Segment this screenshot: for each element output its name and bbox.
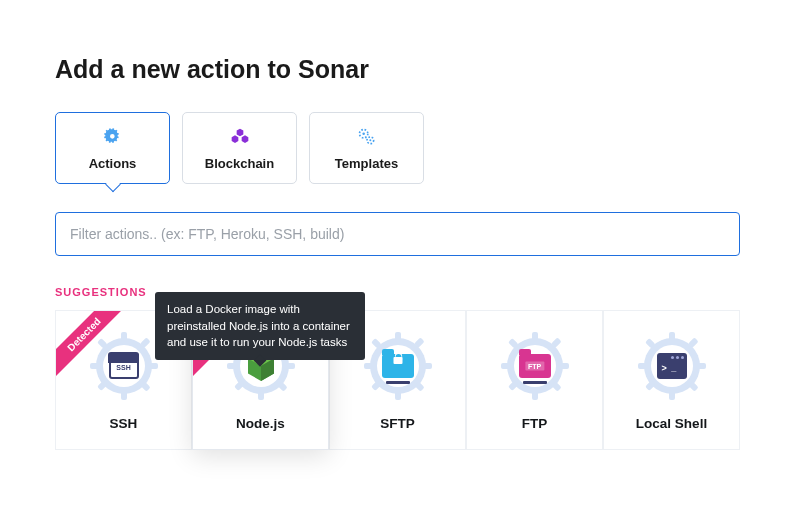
tab-label: Actions	[89, 156, 137, 171]
svg-rect-15	[258, 390, 264, 400]
ssh-icon: SSH	[88, 330, 160, 402]
svg-rect-28	[364, 363, 374, 369]
svg-rect-5	[121, 332, 127, 342]
tab-actions[interactable]: Actions	[55, 112, 170, 184]
card-title: Local Shell	[636, 416, 707, 431]
svg-rect-45	[669, 390, 675, 400]
svg-rect-36	[532, 390, 538, 400]
card-local-shell[interactable]: Local Shell	[603, 310, 740, 450]
svg-rect-46	[638, 363, 648, 369]
svg-rect-47	[696, 363, 706, 369]
tab-blockchain[interactable]: Blockchain	[182, 112, 297, 184]
svg-point-2	[362, 132, 365, 135]
cubes-icon	[229, 126, 251, 148]
tab-bar: Actions Blockchain Templates	[55, 112, 740, 184]
tab-label: Blockchain	[205, 156, 274, 171]
card-title: FTP	[522, 416, 548, 431]
svg-rect-16	[227, 363, 237, 369]
card-title: SSH	[110, 416, 138, 431]
svg-rect-6	[121, 390, 127, 400]
ftp-icon: FTP	[499, 330, 571, 402]
card-ftp[interactable]: FTP FTP	[466, 310, 603, 450]
svg-rect-26	[395, 332, 401, 342]
svg-point-3	[369, 139, 371, 141]
sftp-icon	[362, 330, 434, 402]
shell-icon	[636, 330, 708, 402]
filter-input[interactable]	[55, 212, 740, 256]
gear-icon	[102, 126, 124, 148]
card-title: Node.js	[236, 416, 285, 431]
svg-rect-17	[285, 363, 295, 369]
page-title: Add a new action to Sonar	[55, 55, 740, 84]
tab-label: Templates	[335, 156, 398, 171]
svg-rect-37	[501, 363, 511, 369]
card-title: SFTP	[380, 416, 415, 431]
svg-rect-29	[422, 363, 432, 369]
svg-rect-38	[559, 363, 569, 369]
svg-rect-44	[669, 332, 675, 342]
tooltip: Load a Docker image with preinstalled No…	[155, 292, 365, 360]
svg-rect-35	[532, 332, 538, 342]
gears-icon	[356, 126, 378, 148]
svg-rect-27	[395, 390, 401, 400]
tab-templates[interactable]: Templates	[309, 112, 424, 184]
svg-rect-7	[90, 363, 100, 369]
svg-rect-8	[148, 363, 158, 369]
